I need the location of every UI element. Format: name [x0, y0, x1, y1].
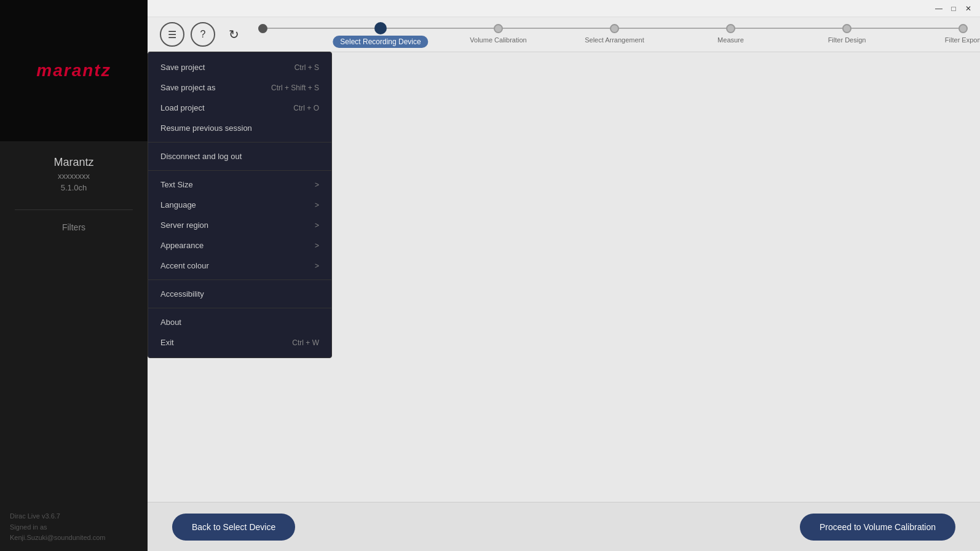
version-text: Dirac Live v3.6.7 [10, 511, 138, 522]
menu-icon: ☰ [168, 29, 176, 41]
app-version: Dirac Live v3.6.7 Signed in as Kenji.Suz… [10, 511, 138, 544]
steps-track: Select Recording Device Volume Calibrati… [258, 22, 968, 47]
menu-separator-2 [148, 170, 331, 171]
menu-item-disconnect[interactable]: Disconnect and log out [148, 146, 331, 166]
menu-item-language[interactable]: Language > [148, 195, 331, 215]
menu-item-load[interactable]: Load project Ctrl + O [148, 98, 331, 118]
help-icon: ? [200, 29, 206, 40]
menu-item-save-as-shortcut: Ctrl + Shift + S [271, 84, 319, 92]
step-node-5: Measure [726, 24, 735, 33]
proceed-button[interactable]: Proceed to Volume Calibration [800, 514, 955, 541]
connector-2-3 [387, 28, 494, 29]
menu-item-language-label: Language [160, 200, 196, 209]
signed-in-text: Signed in as Kenji.Suzuki@soundunited.co… [10, 522, 138, 544]
menu-item-save-as-label: Save project as [160, 83, 216, 92]
main-area: — □ ✕ ☰ ? ↻ [148, 0, 980, 551]
step-node-7: Filter Export [958, 24, 968, 33]
bottom-bar: Back to Select Device Proceed to Volume … [148, 502, 980, 551]
device-channels: 5.1.0ch [61, 183, 87, 192]
step-label-3: Volume Calibration [470, 36, 526, 44]
step-circle-6 [842, 24, 852, 33]
device-info: Marantz xxxxxxxx 5.1.0ch [0, 141, 148, 202]
title-bar: — □ ✕ [148, 0, 980, 17]
menu-item-resume-label: Resume previous session [160, 123, 252, 133]
step-circle-1 [258, 24, 267, 33]
submenu-arrow-appearance: > [315, 241, 319, 250]
header-area: ☰ ? ↻ Select Recording Device [148, 17, 980, 52]
menu-item-server-region[interactable]: Server region > [148, 215, 331, 235]
help-button[interactable]: ? [191, 22, 215, 47]
connector-3-4 [503, 28, 610, 29]
menu-item-accessibility[interactable]: Accessibility [148, 284, 331, 304]
brand-logo: marantz [36, 61, 111, 80]
submenu-arrow-server-region: > [315, 221, 319, 230]
menu-item-exit[interactable]: Exit Ctrl + W [148, 332, 331, 353]
menu-item-disconnect-label: Disconnect and log out [160, 152, 242, 161]
step-label-6: Filter Design [828, 36, 866, 44]
maximize-button[interactable]: □ [947, 2, 960, 15]
sidebar: marantz Marantz xxxxxxxx 5.1.0ch Filters… [0, 0, 148, 551]
menu-item-accent-colour-label: Accent colour [160, 261, 209, 270]
step-label-5: Measure [717, 36, 744, 44]
connector-1-2 [267, 28, 374, 29]
sidebar-divider [15, 209, 133, 210]
submenu-arrow-accent: > [315, 262, 319, 270]
step-node-3: Volume Calibration [494, 24, 503, 33]
step-node-6: Filter Design [842, 24, 852, 33]
toolbar-row: ☰ ? ↻ Select Recording Device [160, 17, 968, 52]
back-button[interactable]: Back to Select Device [172, 514, 295, 541]
step-circle-7 [958, 24, 968, 33]
menu-item-save[interactable]: Save project Ctrl + S [148, 57, 331, 77]
menu-separator-1 [148, 142, 331, 143]
step-label-4: Select Arrangement [585, 36, 644, 44]
menu-item-accessibility-label: Accessibility [160, 289, 204, 299]
menu-item-load-shortcut: Ctrl + O [293, 104, 319, 112]
menu-item-load-label: Load project [160, 103, 205, 112]
menu-item-resume[interactable]: Resume previous session [148, 118, 331, 138]
step-circle-2 [374, 22, 387, 34]
refresh-icon: ↻ [229, 27, 239, 42]
step-circle-3 [494, 24, 503, 33]
device-model: xxxxxxxx [58, 171, 90, 181]
refresh-button[interactable]: ↻ [221, 22, 246, 47]
step-label-7: Filter Export [945, 36, 980, 44]
menu-button[interactable]: ☰ [160, 22, 184, 47]
menu-item-text-size[interactable]: Text Size > [148, 174, 331, 195]
menu-item-exit-shortcut: Ctrl + W [292, 338, 319, 347]
menu-item-about[interactable]: About [148, 312, 331, 332]
submenu-arrow-language: > [315, 201, 319, 209]
step-node-4: Select Arrangement [610, 24, 619, 33]
submenu-arrow-text-size: > [315, 181, 319, 189]
menu-item-appearance-label: Appearance [160, 241, 204, 250]
connector-4-5 [619, 28, 726, 29]
menu-item-about-label: About [160, 318, 181, 327]
connector-5-6 [735, 28, 842, 29]
step-active-label: Select Recording Device [333, 36, 428, 48]
menu-separator-4 [148, 308, 331, 308]
menu-item-accent-colour[interactable]: Accent colour > [148, 256, 331, 276]
menu-item-text-size-label: Text Size [160, 180, 193, 189]
dropdown-menu: Save project Ctrl + S Save project as Ct… [148, 52, 332, 358]
step-circle-5 [726, 24, 735, 33]
menu-item-appearance[interactable]: Appearance > [148, 235, 331, 256]
step-node-1 [258, 24, 267, 33]
menu-item-save-label: Save project [160, 63, 205, 72]
device-name: Marantz [53, 156, 93, 169]
step-circle-4 [610, 24, 619, 33]
menu-separator-3 [148, 279, 331, 280]
sidebar-bottom: Dirac Live v3.6.7 Signed in as Kenji.Suz… [0, 504, 148, 551]
minimize-button[interactable]: — [932, 2, 946, 15]
menu-item-exit-label: Exit [160, 338, 174, 347]
step-node-2: Select Recording Device [374, 22, 387, 34]
menu-item-save-shortcut: Ctrl + S [294, 63, 319, 72]
connector-6-7 [852, 28, 958, 29]
filters-label: Filters [62, 222, 85, 232]
logo-area: marantz [0, 0, 148, 141]
close-button[interactable]: ✕ [962, 2, 975, 15]
menu-item-save-as[interactable]: Save project as Ctrl + Shift + S [148, 77, 331, 98]
menu-item-server-region-label: Server region [160, 221, 208, 230]
